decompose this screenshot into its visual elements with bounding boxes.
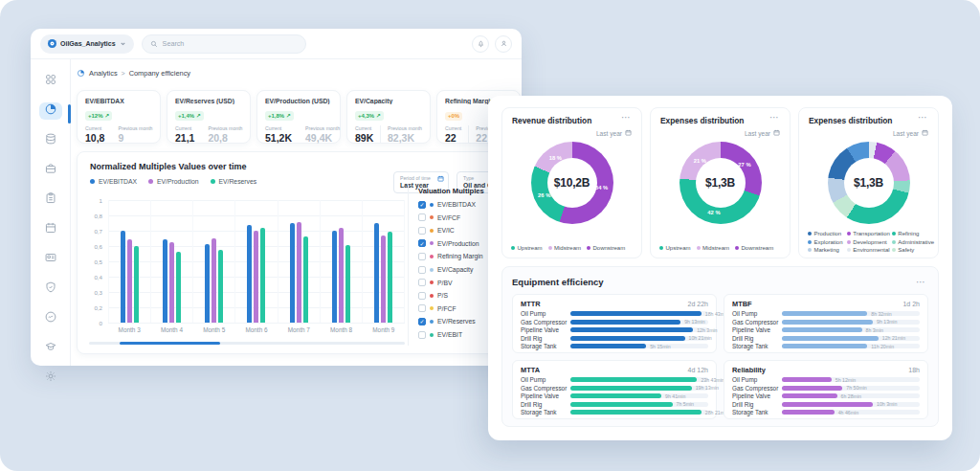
bar-ev-ebitdax[interactable] bbox=[121, 231, 125, 323]
sidebar-item-learning[interactable] bbox=[39, 340, 62, 357]
checkbox[interactable] bbox=[418, 331, 426, 339]
bar-fill[interactable] bbox=[782, 402, 873, 407]
bar-ev-ebitdax[interactable] bbox=[374, 223, 379, 323]
sidebar-item-settings[interactable] bbox=[39, 370, 62, 387]
more-options-icon[interactable]: ⋯ bbox=[619, 110, 634, 124]
more-options-icon[interactable]: ⋯ bbox=[768, 110, 782, 124]
sidebar-item-messages[interactable] bbox=[39, 310, 62, 327]
period-filter[interactable]: Last year bbox=[596, 129, 632, 137]
bar-ev-reserves[interactable] bbox=[303, 236, 308, 323]
legend-dot bbox=[847, 232, 851, 236]
bar-fill[interactable] bbox=[782, 386, 842, 391]
checkbox[interactable] bbox=[418, 227, 426, 235]
bar-fill[interactable] bbox=[782, 377, 832, 382]
checkbox[interactable] bbox=[418, 304, 426, 312]
bar-chart-plot: 10,80,70,60,50,40,30,20 bbox=[89, 200, 405, 323]
donut-legend-item: Production bbox=[808, 231, 845, 236]
donut-hole: $1,3B bbox=[696, 158, 746, 208]
sidebar-item-accounts[interactable] bbox=[39, 251, 62, 268]
metric-label: EV/IC bbox=[437, 227, 455, 234]
bar-fill[interactable] bbox=[782, 410, 835, 415]
search-input[interactable]: Search bbox=[142, 34, 306, 54]
bar-ev-ebitdax[interactable] bbox=[205, 244, 210, 323]
bar-fill[interactable] bbox=[782, 344, 867, 348]
bar-ev-reserves[interactable] bbox=[388, 232, 392, 323]
bar-fill[interactable] bbox=[570, 393, 661, 398]
breadcrumb-section[interactable]: Analytics bbox=[89, 69, 118, 78]
equipment-row: Gas Compressor9h 13min bbox=[521, 320, 708, 325]
kpi-card-2[interactable]: EV/Reserves (USD)+1,4% ↗Current21,1Previ… bbox=[167, 90, 251, 144]
chart-scrollbar[interactable] bbox=[89, 342, 405, 345]
bar-track: 19h 13min bbox=[570, 386, 708, 391]
sidebar-item-reports[interactable] bbox=[39, 191, 62, 209]
bar-ev-reserves[interactable] bbox=[345, 245, 350, 323]
kpi-card-1[interactable]: EV/EBITDAX+12% ↗Current10,8Previous mont… bbox=[77, 90, 161, 144]
pie-chart-icon bbox=[44, 102, 57, 120]
metric-color-dot bbox=[430, 229, 434, 233]
checkbox[interactable]: ✓ bbox=[418, 201, 426, 209]
bar-fill[interactable] bbox=[570, 344, 646, 348]
kpi-card-3[interactable]: EV/Production (USD)+1,8% ↗Current51,2KPr… bbox=[256, 90, 341, 144]
period-filter[interactable]: Last year bbox=[893, 129, 928, 137]
bar-fill[interactable] bbox=[570, 410, 702, 415]
bar-ev-reserves[interactable] bbox=[260, 228, 265, 323]
sidebar-item-analytics[interactable] bbox=[39, 102, 62, 120]
x-tick-label: Month 3 bbox=[108, 326, 150, 333]
bar-ev-ebitdax[interactable] bbox=[247, 225, 252, 323]
bar-ev-production[interactable] bbox=[212, 238, 216, 323]
equipment-rows: Oil Pump5h 12minGas Compressor7h 50minPi… bbox=[732, 377, 920, 415]
bar-ev-ebitdax[interactable] bbox=[290, 223, 295, 323]
metric-color-dot bbox=[430, 215, 434, 219]
equipment-rows: Oil Pump23h 43minGas Compressor19h 13min… bbox=[521, 377, 708, 415]
equipment-label: Storage Tank bbox=[521, 343, 570, 349]
bar-fill[interactable] bbox=[782, 320, 873, 325]
sidebar-item-planning[interactable] bbox=[39, 221, 62, 238]
bar-fill[interactable] bbox=[570, 386, 692, 391]
sidebar-item-portfolio[interactable] bbox=[39, 162, 62, 179]
bar-fill[interactable] bbox=[782, 327, 862, 332]
legend-item[interactable]: EV/Production bbox=[148, 178, 198, 185]
legend-item[interactable]: EV/Reserves bbox=[211, 178, 257, 185]
bar-ev-production[interactable] bbox=[127, 239, 132, 323]
checkbox[interactable] bbox=[418, 279, 426, 286]
legend-item[interactable]: EV/EBITDAX bbox=[90, 178, 137, 185]
period-filter[interactable]: Last year bbox=[745, 129, 780, 137]
bar-fill[interactable] bbox=[570, 327, 693, 332]
previous-label: Previous month bbox=[388, 125, 422, 131]
bar-fill[interactable] bbox=[782, 393, 837, 398]
bar-ev-reserves[interactable] bbox=[134, 246, 139, 323]
bar-ev-production[interactable] bbox=[339, 228, 344, 323]
bar-fill[interactable] bbox=[570, 377, 697, 382]
workspace-switcher[interactable]: OilGas_Analytics bbox=[40, 34, 134, 54]
bar-fill[interactable] bbox=[782, 336, 879, 341]
bar-ev-reserves[interactable] bbox=[176, 252, 181, 323]
checkbox[interactable] bbox=[418, 253, 426, 260]
bar-ev-ebitdax[interactable] bbox=[332, 231, 337, 323]
bar-ev-production[interactable] bbox=[169, 242, 174, 323]
checkbox[interactable]: ✓ bbox=[418, 239, 426, 247]
bar-fill[interactable] bbox=[570, 402, 673, 407]
bar-fill[interactable] bbox=[570, 311, 702, 316]
bar-fill[interactable] bbox=[782, 311, 867, 316]
notifications-button[interactable] bbox=[472, 35, 489, 53]
bar-ev-reserves[interactable] bbox=[218, 250, 223, 323]
bar-ev-production[interactable] bbox=[297, 222, 301, 323]
legend-label: Refining bbox=[898, 231, 919, 236]
checkbox[interactable] bbox=[418, 292, 426, 300]
bar-ev-production[interactable] bbox=[381, 236, 386, 323]
bar-ev-production[interactable] bbox=[254, 231, 258, 323]
scrollbar-thumb[interactable] bbox=[120, 342, 220, 345]
more-options-icon[interactable]: ⋯ bbox=[914, 275, 928, 289]
bar-fill[interactable] bbox=[570, 336, 685, 341]
more-options-icon[interactable]: ⋯ bbox=[916, 110, 930, 124]
checkbox[interactable]: ✓ bbox=[418, 318, 426, 325]
kpi-card-4[interactable]: EV/Capacity+4,3% ↗Current89KPrevious mon… bbox=[346, 90, 431, 144]
profile-button[interactable] bbox=[495, 35, 512, 53]
sidebar-item-dashboard[interactable] bbox=[39, 73, 62, 90]
bar-fill[interactable] bbox=[570, 320, 680, 325]
sidebar-item-security[interactable] bbox=[39, 280, 62, 298]
bar-ev-ebitdax[interactable] bbox=[163, 239, 167, 323]
checkbox[interactable] bbox=[418, 266, 426, 274]
checkbox[interactable] bbox=[418, 213, 426, 221]
sidebar-item-data[interactable] bbox=[39, 132, 62, 149]
